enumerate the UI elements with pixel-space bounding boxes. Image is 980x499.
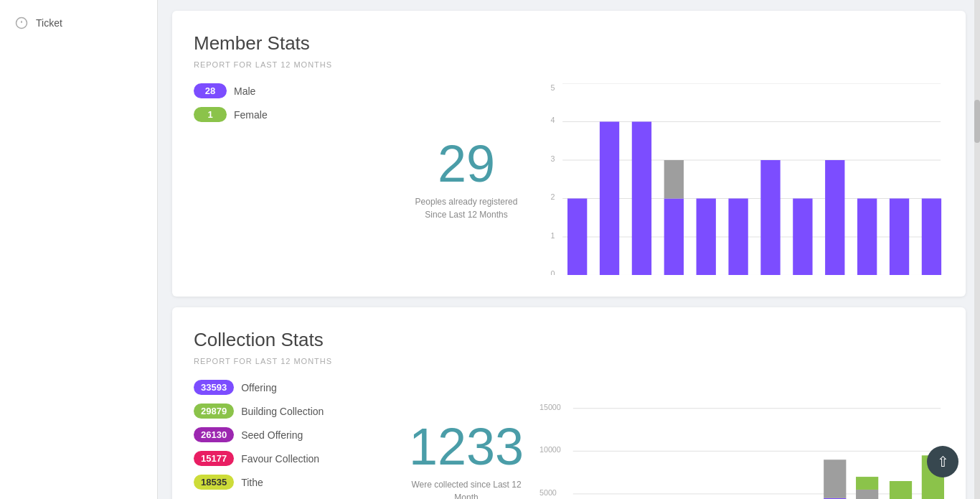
badge-row-male: 28 Male (194, 83, 395, 98)
ticket-icon (14, 16, 29, 30)
member-bar-chart: 0 1 2 3 4 5 (538, 83, 944, 275)
svg-rect-19 (664, 160, 684, 198)
label-offering: Offering (241, 382, 277, 393)
svg-text:3: 3 (551, 154, 555, 163)
member-stat-desc: Peoples already registeredSince Last 12 … (415, 195, 518, 221)
svg-rect-61 (856, 477, 878, 490)
scrollbar[interactable] (974, 0, 980, 499)
badge-seed: 26130 (194, 427, 234, 442)
badge-row-female: 1 Female (194, 107, 395, 122)
chevron-up-icon: ⇧ (937, 453, 949, 470)
svg-text:2: 2 (551, 192, 555, 201)
svg-rect-64 (890, 482, 912, 499)
badge-tithe: 18535 (194, 475, 234, 490)
svg-rect-20 (697, 198, 716, 275)
badge-row-tithe: 18535 Tithe (194, 475, 395, 490)
svg-rect-27 (922, 198, 941, 275)
svg-text:5000: 5000 (540, 488, 557, 497)
label-female: Female (234, 109, 268, 121)
svg-rect-23 (793, 198, 812, 275)
back-to-top-button[interactable]: ⇧ (927, 446, 958, 477)
collection-stats-report-label: REPORT FOR LAST 12 MONTHS (194, 357, 944, 365)
collection-stats-title: Collection Stats (194, 329, 944, 351)
svg-rect-22 (760, 160, 780, 275)
member-stat-number: 29 (438, 138, 495, 190)
badge-row-offering: 33593 Offering (194, 380, 395, 395)
svg-text:5: 5 (551, 83, 555, 92)
sidebar: Ticket (0, 0, 158, 499)
member-stats-body: 28 Male 1 Female 29 Peoples already regi… (194, 83, 944, 275)
badge-row-seed: 26130 Seed Offering (194, 427, 395, 442)
svg-rect-60 (856, 490, 878, 499)
badge-female: 1 (194, 107, 227, 122)
member-stats-report-label: REPORT FOR LAST 12 MONTHS (194, 60, 944, 69)
svg-text:0: 0 (551, 269, 555, 275)
member-stats-card: Member Stats REPORT FOR LAST 12 MONTHS 2… (172, 11, 966, 297)
svg-text:4: 4 (551, 116, 555, 124)
member-stat-center: 29 Peoples already registeredSince Last … (409, 83, 524, 275)
svg-rect-18 (664, 198, 684, 275)
label-tithe: Tithe (241, 477, 263, 488)
main-content: Member Stats REPORT FOR LAST 12 MONTHS 2… (158, 0, 980, 499)
svg-rect-21 (728, 198, 748, 275)
collection-stats-card: Collection Stats REPORT FOR LAST 12 MONT… (172, 307, 966, 499)
label-seed: Seed Offering (241, 429, 303, 441)
svg-rect-15 (567, 198, 587, 275)
svg-rect-17 (632, 121, 651, 275)
svg-rect-25 (857, 198, 877, 275)
member-chart-area: 0 1 2 3 4 5 (538, 83, 944, 275)
collection-stat-center: 1233 Were collected since Last 12Month (409, 380, 524, 499)
badge-male: 28 (194, 83, 227, 98)
collection-stat-desc: Were collected since Last 12Month (411, 478, 521, 499)
member-stats-title: Member Stats (194, 32, 944, 55)
label-favour: Favour Collection (241, 453, 319, 465)
collection-stat-number: 1233 (409, 421, 524, 472)
member-stats-left: 28 Male 1 Female (194, 83, 395, 275)
svg-text:10000: 10000 (540, 446, 561, 454)
svg-text:15000: 15000 (540, 403, 561, 411)
badge-favour: 15177 (194, 451, 234, 466)
svg-rect-16 (600, 121, 619, 275)
badge-offering: 33593 (194, 380, 234, 395)
collection-chart-area: 0 5000 10000 15000 Mar Apr (538, 380, 944, 499)
svg-text:1: 1 (551, 231, 555, 240)
collection-stats-body: 33593 Offering 29879 Building Collection… (194, 380, 944, 499)
badge-row-building: 29879 Building Collection (194, 404, 395, 419)
collection-stats-left: 33593 Offering 29879 Building Collection… (194, 380, 395, 499)
collection-bar-chart: 0 5000 10000 15000 Mar Apr (538, 380, 944, 499)
svg-rect-24 (825, 160, 844, 275)
label-male: Male (234, 85, 255, 97)
label-building: Building Collection (241, 406, 324, 417)
svg-rect-57 (824, 460, 846, 499)
sidebar-item-ticket[interactable]: Ticket (0, 7, 157, 39)
scrollbar-thumb[interactable] (974, 100, 980, 143)
svg-rect-26 (890, 198, 909, 275)
badge-building: 29879 (194, 404, 234, 419)
badge-row-favour: 15177 Favour Collection (194, 451, 395, 466)
sidebar-item-label: Ticket (36, 17, 62, 29)
